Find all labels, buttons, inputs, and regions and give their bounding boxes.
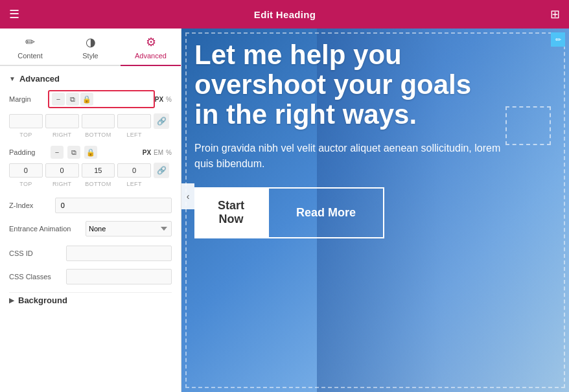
padding-row: Padding − ⧉ 🔒 PX EM % xyxy=(9,146,172,159)
page-title: Edit Heading xyxy=(254,9,316,20)
padding-left-label: LEFT xyxy=(117,181,151,187)
main-layout: ✏ Content ◑ Style ⚙ Advanced ▼ Advanced … xyxy=(0,29,569,392)
edit-handle-icon[interactable]: ✏ xyxy=(551,32,565,47)
tab-advanced[interactable]: ⚙ Advanced xyxy=(121,29,181,66)
tab-advanced-label: Advanced xyxy=(135,52,167,60)
preview-panel: ✏ Let me help you overshoot your goals i… xyxy=(181,29,569,392)
css-id-label: CSS ID xyxy=(9,249,61,257)
margin-link-toggle[interactable]: 🔗 xyxy=(154,113,169,129)
toggle-arrow[interactable]: ▼ xyxy=(9,75,16,82)
padding-minus-icon[interactable]: − xyxy=(51,146,64,159)
animation-select[interactable]: None Fade In Zoom In Bounce In xyxy=(86,221,172,236)
padding-inputs: 🔗 xyxy=(9,163,172,178)
tab-style[interactable]: ◑ Style xyxy=(60,29,121,66)
content-icon: ✏ xyxy=(25,35,35,49)
margin-row: Margin − ⧉ 🔒 PX % xyxy=(9,90,172,108)
bg-section-label: Background xyxy=(18,295,67,305)
read-more-button[interactable]: Read More xyxy=(268,187,384,238)
tab-content-label: Content xyxy=(17,52,43,60)
padding-left-input[interactable] xyxy=(117,163,151,178)
margin-unit-px[interactable]: PX xyxy=(155,96,163,103)
margin-left-label: LEFT xyxy=(117,132,151,138)
css-classes-input[interactable] xyxy=(66,269,172,284)
hamburger-icon[interactable]: ☰ xyxy=(9,7,19,21)
padding-label: Padding xyxy=(9,148,48,156)
margin-right-input[interactable] xyxy=(45,114,79,128)
collapse-panel-button[interactable]: ‹ xyxy=(181,183,194,209)
margin-left-input[interactable] xyxy=(117,114,151,128)
css-classes-row: CSS Classes xyxy=(9,269,172,284)
grid-icon[interactable]: ⊞ xyxy=(550,7,560,21)
tab-content[interactable]: ✏ Content xyxy=(0,29,60,66)
margin-right-label: RIGHT xyxy=(45,132,79,138)
margin-controls: − ⧉ 🔒 xyxy=(48,90,155,108)
padding-sub-labels: TOP RIGHT BOTTOM LEFT xyxy=(9,181,172,187)
animation-label: Entrance Animation xyxy=(9,225,80,233)
padding-bottom-input[interactable] xyxy=(82,163,115,178)
background-section-header[interactable]: ▶ Background xyxy=(9,292,172,305)
padding-top-label: TOP xyxy=(9,181,43,187)
margin-bottom-label: BOTTOM xyxy=(82,132,115,138)
advanced-section-header: ▼ Advanced xyxy=(9,74,172,84)
preview-heading: Let me help you overshoot your goals in … xyxy=(194,40,493,130)
margin-unit-percent[interactable]: % xyxy=(166,96,172,103)
zindex-row: Z-Index xyxy=(9,195,172,213)
margin-top-label: TOP xyxy=(9,132,43,138)
start-now-button[interactable]: StartNow xyxy=(194,187,268,238)
animation-row: Entrance Animation None Fade In Zoom In … xyxy=(9,221,172,236)
zindex-input[interactable] xyxy=(55,198,172,213)
margin-inputs: 🔗 xyxy=(9,113,172,129)
padding-unit-percent[interactable]: % xyxy=(166,149,172,156)
tab-style-label: Style xyxy=(82,52,98,60)
preview-buttons: StartNow Read More xyxy=(194,187,553,238)
css-id-input[interactable] xyxy=(66,246,172,261)
margin-minus-icon[interactable]: − xyxy=(52,93,65,106)
padding-link-icon[interactable]: ⧉ xyxy=(67,146,80,159)
preview-subtext: Proin gravida nibh vel velit auctor aliq… xyxy=(194,141,518,172)
margin-bottom-input[interactable] xyxy=(82,114,115,128)
margin-lock-icon[interactable]: 🔒 xyxy=(80,93,93,106)
padding-top-input[interactable] xyxy=(9,163,43,178)
zindex-label: Z-Index xyxy=(9,202,50,209)
css-classes-label: CSS Classes xyxy=(9,273,61,281)
margin-top-input[interactable] xyxy=(9,114,43,128)
padding-link-toggle[interactable]: 🔗 xyxy=(154,163,169,178)
margin-label: Margin xyxy=(9,95,48,103)
padding-right-input[interactable] xyxy=(45,163,79,178)
css-id-row: CSS ID xyxy=(9,246,172,261)
padding-unit-px[interactable]: PX xyxy=(143,149,151,156)
padding-lock-icon[interactable]: 🔒 xyxy=(84,146,97,159)
panel-content: ▼ Advanced Margin − ⧉ 🔒 PX % xyxy=(0,66,181,392)
padding-unit-em[interactable]: EM xyxy=(154,149,163,156)
small-selection-box xyxy=(505,106,551,145)
margin-units: PX % xyxy=(155,96,172,103)
top-bar: ☰ Edit Heading ⊞ xyxy=(0,0,569,29)
margin-sub-labels: TOP RIGHT BOTTOM LEFT xyxy=(9,132,172,138)
margin-link-icon[interactable]: ⧉ xyxy=(66,93,79,106)
padding-right-label: RIGHT xyxy=(45,181,79,187)
tab-bar: ✏ Content ◑ Style ⚙ Advanced xyxy=(0,29,181,66)
advanced-icon: ⚙ xyxy=(146,35,156,49)
padding-bottom-label: BOTTOM xyxy=(82,181,115,187)
padding-units: PX EM % xyxy=(143,149,172,156)
left-panel: ✏ Content ◑ Style ⚙ Advanced ▼ Advanced … xyxy=(0,29,181,392)
bg-toggle-arrow[interactable]: ▶ xyxy=(9,297,14,304)
advanced-label: Advanced xyxy=(19,74,60,84)
style-icon: ◑ xyxy=(86,35,96,49)
